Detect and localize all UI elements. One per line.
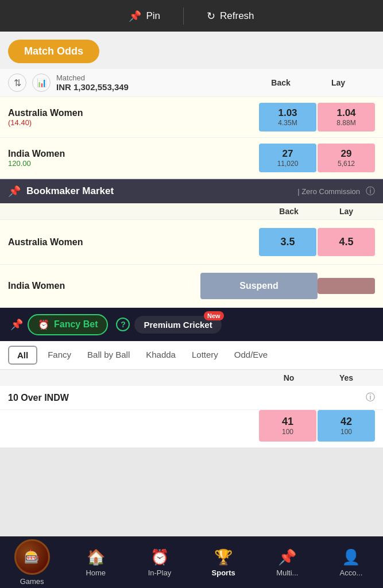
sort-icon[interactable]: ⇅ [8,74,26,92]
nav-sports-label: Sports [212,568,235,577]
lay-col-header: Lay [310,76,367,90]
bm-row-australia: Australia Women 3.5 4.5 [0,220,383,265]
market-odds-row: 41 100 42 100 [0,410,383,447]
nav-account-label: Acco... [340,568,363,577]
refresh-label: Refresh [220,10,254,22]
australia-back-odds: 1.03 [261,107,314,119]
sports-icon: 🏆 [214,548,233,566]
team-name-col-india: India Women 120.00 [8,149,259,168]
multi-icon: 📌 [278,548,296,566]
india-team-sub: 120.00 [8,159,259,168]
matched-section: ⇅ 📊 Matched INR 1,302,553,349 Back Lay A… [0,69,383,179]
bookmaker-body: Back Lay Australia Women 3.5 4.5 India W… [0,203,383,308]
bm-australia-back[interactable]: 3.5 [259,228,316,256]
fancy-help-button[interactable]: ? [116,318,130,331]
bookmaker-info-icon[interactable]: ⓘ [366,185,375,198]
bm-india-suspend: Suspend [200,273,318,299]
nav-item-inplay[interactable]: ⏰ In-Play [127,544,191,582]
yes-val: 42 [320,416,373,428]
match-odds-button[interactable]: Match Odds [8,40,99,63]
nav-item-home[interactable]: 🏠 Home [64,544,127,582]
home-icon: 🏠 [87,548,105,566]
back-col-header: Back [252,76,310,90]
market-title: 10 Over INDW [8,393,366,403]
top-bar: 📌 Pin ↻ Refresh [0,0,383,32]
games-chip: 🎰 [14,539,50,575]
nav-home-label: Home [86,568,106,577]
market-info-icon[interactable]: ⓘ [366,392,375,404]
pin-button[interactable]: 📌 Pin [106,4,183,28]
bookmaker-title: Bookmaker Market [26,185,292,197]
sub-tabs-bar: All Fancy Ball by Ball Khadda Lottery Od… [0,341,383,370]
bookmaker-header: 📌 Bookmaker Market | Zero Commission ⓘ [0,179,383,203]
australia-lay-odds: 1.04 [320,107,373,119]
yes-cell[interactable]: 42 100 [318,410,375,442]
bookmaker-section: 📌 Bookmaker Market | Zero Commission ⓘ B… [0,179,383,308]
bm-india-suspend-right [318,278,375,294]
back-lay-headers: Back Lay [252,76,375,90]
refresh-button[interactable]: ↻ Refresh [184,4,277,28]
matched-amount: INR 1,302,553,349 [56,82,252,92]
tab-all[interactable]: All [8,346,37,365]
no-cell[interactable]: 41 100 [259,410,316,442]
no-yes-header: No Yes [0,370,383,386]
refresh-icon: ↻ [207,10,215,22]
nav-item-multi[interactable]: 📌 Multi... [256,544,319,582]
market-row-header: 10 Over INDW ⓘ [0,386,383,410]
chart-icon[interactable]: 📊 [32,74,51,92]
fancy-tabs-bar: 📌 ⏰ Fancy Bet ? Premium Cricket New [0,308,383,341]
pin-label: Pin [146,10,160,22]
india-team-name: India Women [8,149,259,159]
tab-ball-by-ball[interactable]: Ball by Ball [79,344,138,366]
australia-back-cell[interactable]: 1.03 4.35M [259,103,316,131]
india-lay-odds: 29 [320,148,373,160]
yes-sub: 100 [320,428,373,436]
fancy-pin-icon[interactable]: 📌 [6,318,28,331]
market-row-10over: 10 Over INDW ⓘ 41 100 42 100 [0,386,383,448]
premium-cricket-label: Premium Cricket [144,320,212,330]
nav-inplay-label: In-Play [148,568,171,577]
new-badge: New [204,311,224,320]
nav-item-games[interactable]: 🎰 Games [0,535,64,588]
india-lay-vol: 5,612 [320,160,373,168]
fancy-bet-tab[interactable]: ⏰ Fancy Bet [28,314,108,335]
no-val: 41 [261,416,314,428]
pin-icon: 📌 [129,10,141,22]
no-col-header: No [260,373,318,382]
matched-info: Matched INR 1,302,553,349 [56,74,252,92]
australia-back-vol: 4.35M [261,119,314,127]
bottom-nav: 🎰 Games 🏠 Home ⏰ In-Play 🏆 Sports 📌 Mult… [0,536,383,588]
inplay-icon: ⏰ [150,548,169,566]
india-lay-cell[interactable]: 29 5,612 [318,144,375,172]
bm-australia-name: Australia Women [8,237,259,247]
no-sub: 100 [261,428,314,436]
india-back-cell[interactable]: 27 11,020 [259,144,316,172]
zero-commission: | Zero Commission [297,187,360,196]
nav-item-account[interactable]: 👤 Acco... [319,544,383,582]
team-name: Australia Women [8,108,259,118]
alarm-icon: ⏰ [38,319,49,330]
bm-lay-header: Lay [318,207,375,216]
nav-item-sports[interactable]: 🏆 Sports [192,544,256,582]
bm-australia-lay[interactable]: 4.5 [318,228,375,256]
nav-games-label: Games [20,577,44,586]
matched-header: ⇅ 📊 Matched INR 1,302,553,349 Back Lay [0,69,383,97]
india-back-vol: 11,020 [261,160,314,168]
australia-lay-vol: 8.88M [320,119,373,127]
account-icon: 👤 [342,548,360,566]
india-back-odds: 27 [261,148,314,160]
tab-khadda[interactable]: Khadda [138,344,184,366]
tab-odd-eve[interactable]: Odd/Eve [226,344,276,366]
team-sub: (14.40) [8,118,259,127]
tab-fancy[interactable]: Fancy [40,344,79,366]
bookmaker-pin-icon: 📌 [8,185,21,198]
bm-india-name: India Women [8,281,200,291]
tab-lottery[interactable]: Lottery [184,344,226,366]
fancy-bet-label: Fancy Bet [54,319,98,330]
yes-col-header: Yes [318,373,375,382]
premium-cricket-tab[interactable]: Premium Cricket New [134,316,221,334]
australia-lay-cell[interactable]: 1.04 8.88M [318,103,375,131]
team-row-australia: Australia Women (14.40) 1.03 4.35M 1.04 … [0,97,383,138]
team-row-india: India Women 120.00 27 11,020 29 5,612 [0,138,383,179]
team-name-col: Australia Women (14.40) [8,108,259,127]
